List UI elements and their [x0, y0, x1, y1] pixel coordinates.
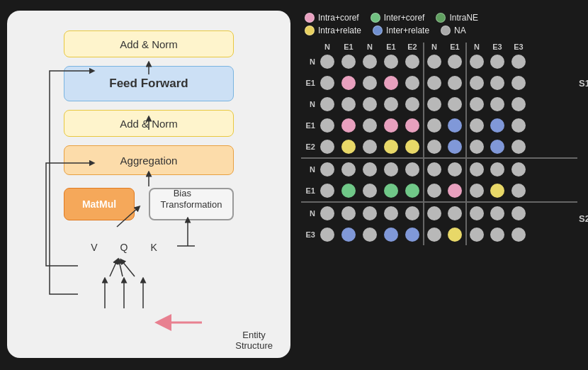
col-header-4: E2	[402, 43, 423, 51]
attention-dot	[363, 228, 377, 242]
row-header-6: E1	[301, 186, 317, 195]
attention-dot	[511, 162, 526, 176]
attention-dot	[490, 184, 504, 198]
row-header-5: N	[301, 165, 317, 174]
dot-cell	[444, 159, 465, 180]
dot-cell	[508, 203, 529, 224]
dot-cell	[444, 115, 465, 136]
attention-dot	[363, 55, 377, 69]
dot-cell	[508, 136, 529, 157]
s2-label: S2	[579, 213, 588, 224]
col-header-3: E1	[380, 43, 402, 51]
legend-dot	[305, 13, 315, 23]
col-header-5: N	[423, 43, 444, 51]
legend-label: NA	[454, 26, 466, 35]
dot-cell	[444, 136, 465, 157]
attention-dot	[448, 55, 462, 69]
attention-matrix: NE1NE1E2NE1NE3E3NE1NE1E2NE1NE3S1S2	[301, 43, 577, 245]
attention-dot	[363, 76, 377, 90]
legend-dot	[441, 26, 451, 35]
attention-dot	[363, 97, 377, 111]
attention-dot	[470, 55, 484, 69]
legend-dot	[371, 13, 380, 23]
legend-row: Intra+corefInter+corefIntraNEIntra+relat…	[301, 13, 577, 35]
attention-dot	[384, 184, 398, 198]
attention-dot	[384, 206, 398, 220]
dot-cell	[380, 180, 402, 201]
dot-cell	[317, 136, 338, 157]
attention-dot	[448, 76, 462, 90]
attention-dot	[427, 162, 441, 176]
attention-dot	[384, 118, 398, 133]
col-header-6: E1	[444, 43, 465, 51]
add-norm-bottom-box: Add & Norm	[64, 110, 234, 137]
col-header-2: N	[359, 43, 380, 51]
attention-dot	[405, 228, 419, 242]
dot-cell	[402, 203, 423, 224]
v-label: V	[91, 242, 97, 253]
attention-dot	[490, 228, 504, 242]
matrix-row-2: N	[301, 94, 577, 115]
dot-cell	[423, 224, 444, 245]
attention-dot	[427, 55, 441, 69]
dot-cell	[317, 115, 338, 136]
dot-cell	[465, 51, 487, 72]
attention-dot	[363, 162, 377, 176]
attention-dot	[341, 97, 356, 111]
dot-cell	[423, 115, 444, 136]
attention-dot	[490, 76, 504, 90]
attention-dot	[363, 118, 377, 133]
col-header-0: N	[317, 43, 338, 51]
matrix-row-7: N	[301, 201, 577, 224]
dot-cell	[380, 136, 402, 157]
add-norm-bottom-label: Add & Norm	[120, 118, 178, 130]
matmul-label: MatMul	[82, 198, 116, 210]
row-header-3: E1	[301, 121, 317, 130]
attention-dot	[448, 162, 462, 176]
attention-dot	[320, 97, 334, 111]
dot-cell	[359, 94, 380, 115]
attention-dot	[320, 118, 334, 133]
dot-cell	[359, 159, 380, 180]
attention-dot	[320, 140, 334, 154]
dot-cell	[465, 115, 487, 136]
dot-cell	[487, 136, 508, 157]
row-header-7: N	[301, 209, 317, 218]
legend-label: IntraNE	[449, 13, 478, 23]
attention-dot	[405, 97, 419, 111]
attention-dot	[470, 206, 484, 220]
attention-dot	[470, 228, 484, 242]
entity-structure-label: EntityStructure	[235, 330, 273, 351]
attention-dot	[405, 206, 419, 220]
attention-dot	[511, 97, 526, 111]
dot-cell	[317, 72, 338, 94]
dot-cell	[423, 51, 444, 72]
legend-dot	[305, 26, 315, 35]
dot-cell	[317, 203, 338, 224]
attention-dot	[490, 206, 504, 220]
matrix-rows: NE1NE1E2NE1NE3	[301, 51, 577, 245]
dot-cell	[359, 203, 380, 224]
attention-dot	[363, 184, 377, 198]
transformation-box: Transformation	[149, 188, 234, 220]
attention-dot	[384, 162, 398, 176]
legend-item: Intra+coref	[305, 13, 359, 23]
attention-dot	[320, 184, 334, 198]
attention-dot	[341, 118, 356, 133]
legend-dot	[373, 26, 383, 35]
attention-dot	[384, 97, 398, 111]
attention-dot	[448, 140, 462, 154]
lower-op-row: MatMul Transformation Bias	[64, 188, 234, 220]
dot-cell	[465, 94, 487, 115]
aggregation-box: Aggregation	[64, 145, 234, 175]
dot-cell	[402, 72, 423, 94]
dot-cell	[359, 180, 380, 201]
attention-dot	[448, 206, 462, 220]
dot-cell	[423, 136, 444, 157]
attention-dot	[470, 162, 484, 176]
dot-cell	[508, 94, 529, 115]
svg-line-8	[119, 261, 123, 276]
attention-dot	[405, 118, 419, 133]
dot-cell	[338, 224, 359, 245]
bias-label: Bias	[174, 188, 191, 198]
